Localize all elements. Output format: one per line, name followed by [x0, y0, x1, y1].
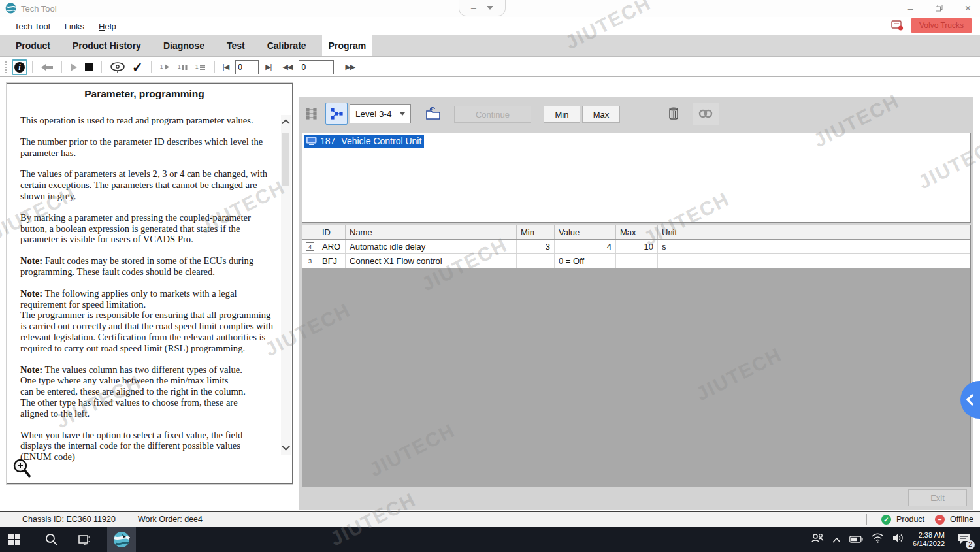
desktop: { "window": { "title": "Tech Tool" }, "m…	[0, 0, 980, 552]
minimize-button[interactable]: –	[908, 4, 913, 13]
scrollbar-thumb[interactable]	[282, 133, 289, 186]
param-name-cell: Automatic idle delay	[346, 240, 517, 253]
instruction-paragraph: This operation is used to read and progr…	[20, 115, 278, 126]
info-button[interactable]: i	[12, 59, 27, 75]
menu-item-help[interactable]: Help	[99, 22, 116, 31]
status-separator	[866, 514, 867, 525]
menu-help-rest: elp	[105, 22, 116, 31]
parameter-table-header: IDNameMinValueMaxUnit	[302, 225, 970, 240]
volume-icon[interactable]	[892, 533, 904, 545]
menu-bar: Tech Tool Links Help Volvo Trucks	[0, 17, 980, 35]
param-value-cell: 0 = Off	[555, 254, 616, 268]
chassis-id-label: Chassis ID: EC360 11920	[22, 515, 116, 524]
close-button[interactable]: ×	[965, 3, 971, 14]
parameter-grid: IDNameMinValueMaxUnit 4AROAutomatic idle…	[302, 225, 971, 487]
first-page-icon[interactable]: |◀	[223, 63, 229, 71]
tree-view-selected-button[interactable]	[325, 103, 348, 125]
tab-test[interactable]: Test	[220, 35, 252, 56]
back-arrow-icon[interactable]	[41, 63, 54, 71]
restore-button[interactable]	[936, 4, 943, 13]
table-row[interactable]: 4AROAutomatic idle delay3410s	[302, 240, 970, 254]
column-header: ID	[318, 225, 346, 239]
continue-button[interactable]: Continue	[454, 106, 531, 123]
trash-icon[interactable]	[662, 103, 685, 125]
level-select[interactable]: Level 3-4	[350, 104, 411, 123]
tab-program[interactable]: Program	[322, 35, 373, 56]
notification-icon[interactable]: 2	[957, 532, 971, 547]
work-order-label: Work Order: dee4	[138, 515, 203, 524]
page-input-2[interactable]	[299, 60, 334, 74]
instruction-panel: Parameter, programming This operation is…	[7, 83, 293, 484]
taskbar-clock[interactable]: 2:38 AM 6/14/2022	[913, 531, 945, 548]
info-icon: i	[14, 62, 25, 73]
notification-badge: 2	[966, 540, 975, 549]
people-icon[interactable]	[811, 533, 824, 546]
tab-calibrate[interactable]: Calibrate	[261, 35, 313, 56]
column-header	[302, 225, 318, 239]
monitor-view-icon[interactable]	[110, 61, 125, 73]
menu-item-links[interactable]: Links	[65, 22, 84, 31]
stop-icon[interactable]	[84, 63, 93, 72]
exit-button[interactable]: Exit	[908, 489, 967, 506]
tree-view-all-button[interactable]	[301, 103, 323, 125]
scroll-down-icon[interactable]	[282, 442, 290, 451]
instruction-scrollbar[interactable]	[281, 115, 291, 455]
step-pause-icon[interactable]: 1	[178, 63, 188, 71]
param-id-cell: BFJ	[318, 254, 346, 268]
recorder-minimize-icon[interactable]: –	[471, 3, 476, 13]
instruction-paragraph: The number prior to the parameter ID des…	[20, 137, 278, 159]
communication-status-icon	[891, 20, 904, 33]
product-status-label: Product	[896, 515, 924, 524]
main-tab-bar: ProductProduct HistoryDiagnoseTestCalibr…	[0, 35, 980, 57]
page-input-1[interactable]	[235, 60, 259, 74]
rewind-icon[interactable]: ◀◀	[282, 63, 292, 71]
toolbar-grip	[5, 61, 8, 73]
param-min-cell	[517, 254, 555, 268]
ecu-list: 187 Vehicle Control Unit	[302, 133, 971, 223]
tray-expand-icon[interactable]	[832, 534, 841, 545]
wifi-icon[interactable]	[872, 533, 884, 545]
ecu-number: 187	[320, 136, 335, 146]
max-button[interactable]: Max	[582, 106, 620, 123]
instruction-paragraph: When you have the option to select a fix…	[20, 430, 278, 463]
instruction-text: This operation is used to read and progr…	[20, 115, 278, 473]
system-tray: 2:38 AM 6/14/2022 2	[811, 527, 976, 552]
play-icon[interactable]	[70, 63, 78, 72]
confirm-check-icon[interactable]: ✓	[132, 59, 143, 75]
taskbar-tech-tool-app[interactable]	[107, 527, 136, 552]
table-row[interactable]: 3BFJConnect X1 Flow control0 = Off	[302, 254, 970, 268]
param-min-cell: 3	[517, 240, 555, 253]
level-badge: 3	[306, 257, 314, 265]
forward-icon[interactable]: ▶▶	[345, 63, 355, 71]
start-button[interactable]	[0, 527, 29, 552]
tab-product[interactable]: Product	[9, 35, 57, 56]
recorder-expand-icon[interactable]	[487, 6, 493, 10]
tab-product-history[interactable]: Product History	[66, 35, 148, 56]
recorder-mini-toolbar[interactable]: –	[459, 0, 506, 16]
menu-item-tech-tool[interactable]: Tech Tool	[14, 22, 50, 31]
param-max-cell	[616, 254, 658, 268]
volvo-trucks-button[interactable]: Volvo Trucks	[911, 18, 972, 33]
instruction-paragraph: The values of parameters at levels 2, 3 …	[20, 169, 278, 201]
right-scroll-strip	[973, 97, 980, 510]
app-logo-icon	[5, 3, 16, 16]
search-icon[interactable]	[37, 527, 65, 552]
level-select-value: Level 3-4	[355, 109, 392, 119]
param-value-cell: 4	[555, 240, 616, 253]
ecu-list-item-selected[interactable]: 187 Vehicle Control Unit	[304, 135, 424, 148]
chevron-down-icon	[400, 112, 405, 116]
column-header: Max	[616, 225, 658, 239]
scroll-up-icon[interactable]	[282, 119, 290, 127]
restore-parameters-button[interactable]	[422, 103, 444, 125]
step-play-icon[interactable]: 1	[160, 63, 170, 71]
task-view-icon[interactable]	[69, 527, 98, 552]
instruction-paragraph: Note: Fault codes may be stored in some …	[20, 255, 278, 278]
coupled-parameter-icon[interactable]	[693, 103, 719, 125]
tab-diagnose[interactable]: Diagnose	[157, 35, 211, 56]
step-stop-icon[interactable]: 1	[195, 63, 206, 71]
product-status-icon: ✓	[881, 515, 891, 525]
min-button[interactable]: Min	[544, 106, 580, 123]
battery-icon[interactable]	[849, 534, 863, 545]
last-page-icon[interactable]: ▶|	[265, 63, 271, 71]
window-title: Tech Tool	[21, 4, 57, 14]
